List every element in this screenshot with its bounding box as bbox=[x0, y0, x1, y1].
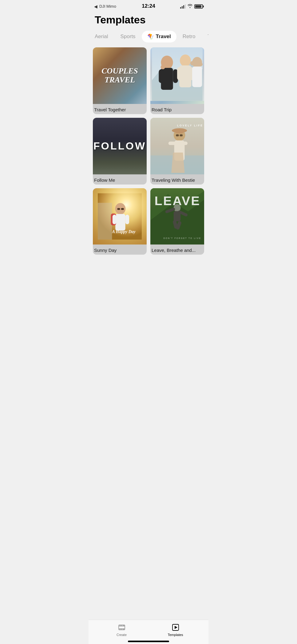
svg-rect-50 bbox=[123, 625, 124, 626]
tab-aerial[interactable]: Aerial bbox=[89, 31, 114, 42]
svg-rect-20 bbox=[180, 134, 183, 136]
svg-point-27 bbox=[115, 203, 125, 214]
template-card-bestie[interactable]: LOVELY LIFE Traveling With Bestie bbox=[150, 118, 204, 185]
svg-rect-45 bbox=[119, 626, 125, 629]
svg-point-12 bbox=[190, 61, 195, 66]
road-trip-figures-svg bbox=[150, 47, 204, 101]
nav-create[interactable]: Create bbox=[95, 623, 148, 637]
svg-rect-51 bbox=[120, 629, 121, 630]
svg-point-5 bbox=[180, 54, 191, 66]
template-grid: COUPLESTRAVEL Travel Together bbox=[89, 47, 208, 260]
status-left: ◀ DJI Mimo bbox=[94, 4, 116, 9]
leave-thumb-svg: LEAVE DON'T FORGET TO LIVE bbox=[150, 188, 204, 245]
svg-rect-49 bbox=[121, 625, 122, 626]
template-card-follow-me[interactable]: FOLLOW Follow Me bbox=[93, 118, 147, 185]
svg-rect-28 bbox=[117, 208, 120, 210]
template-label-5: Sunny Day bbox=[93, 244, 147, 255]
svg-rect-18 bbox=[175, 129, 183, 133]
template-card-sunny-day[interactable]: A Happy Day Sunny Day bbox=[93, 188, 147, 255]
svg-point-13 bbox=[199, 62, 202, 66]
svg-rect-26 bbox=[98, 203, 112, 240]
app-name: DJI Mimo bbox=[99, 4, 116, 9]
svg-rect-53 bbox=[123, 629, 124, 630]
svg-rect-22 bbox=[168, 141, 176, 145]
svg-rect-23 bbox=[180, 141, 188, 145]
template-card-road-trip[interactable]: Road Trip bbox=[150, 47, 204, 114]
svg-rect-33 bbox=[125, 215, 129, 224]
svg-rect-19 bbox=[176, 134, 179, 136]
template-overlay-text-3: FOLLOW bbox=[93, 140, 146, 152]
template-label-1: Travel Together bbox=[93, 104, 147, 114]
home-indicator bbox=[128, 641, 169, 642]
svg-rect-30 bbox=[115, 214, 125, 230]
template-thumb-5: A Happy Day bbox=[93, 188, 147, 245]
tab-travel[interactable]: 🪁 Travel bbox=[142, 31, 176, 42]
svg-rect-48 bbox=[120, 625, 121, 626]
template-card-travel-together[interactable]: COUPLESTRAVEL Travel Together bbox=[93, 47, 147, 114]
bestie-thumb-svg: LOVELY LIFE bbox=[150, 118, 204, 174]
status-bar: ◀ DJI Mimo 12:24 bbox=[89, 0, 208, 11]
svg-text:LEAVE: LEAVE bbox=[155, 193, 200, 208]
svg-rect-52 bbox=[121, 629, 122, 630]
templates-label: Templates bbox=[168, 633, 183, 637]
templates-icon bbox=[171, 623, 180, 632]
tab-retro[interactable]: Retro bbox=[176, 31, 202, 42]
svg-text:LOVELY LIFE: LOVELY LIFE bbox=[177, 124, 203, 127]
svg-text:A Happy Day: A Happy Day bbox=[112, 229, 136, 234]
svg-point-11 bbox=[161, 65, 165, 69]
battery-icon bbox=[194, 4, 203, 9]
svg-text:DON'T FORGET TO LIVE: DON'T FORGET TO LIVE bbox=[164, 237, 201, 239]
template-label-3: Follow Me bbox=[93, 174, 147, 185]
tab-tempo[interactable]: Tempo bbox=[201, 31, 208, 42]
travel-tab-icon: 🪁 bbox=[147, 33, 154, 40]
wifi-icon bbox=[188, 4, 192, 9]
sunny-thumb-svg: A Happy Day bbox=[98, 193, 142, 240]
svg-rect-7 bbox=[177, 67, 182, 80]
signal-icon bbox=[180, 4, 186, 9]
template-thumb-6: LEAVE DON'T FORGET TO LIVE bbox=[150, 188, 204, 245]
svg-marker-55 bbox=[175, 626, 177, 629]
svg-rect-10 bbox=[192, 66, 202, 87]
svg-rect-29 bbox=[121, 208, 124, 210]
nav-templates[interactable]: Templates bbox=[148, 623, 202, 637]
template-thumb-3: FOLLOW bbox=[93, 118, 147, 174]
category-tabs: Aerial Sports 🪁 Travel Retro Tempo bbox=[89, 31, 208, 47]
template-thumb-4: LOVELY LIFE bbox=[150, 118, 204, 174]
status-right bbox=[180, 4, 203, 9]
template-card-leave[interactable]: LEAVE DON'T FORGET TO LIVE Leave, Breath… bbox=[150, 188, 204, 255]
status-time: 12:24 bbox=[142, 3, 155, 9]
back-arrow-icon[interactable]: ◀ bbox=[94, 4, 97, 9]
template-overlay-text-1: COUPLESTRAVEL bbox=[101, 67, 138, 84]
page-title: Templates bbox=[89, 11, 208, 31]
tab-sports[interactable]: Sports bbox=[114, 31, 141, 42]
svg-rect-32 bbox=[113, 215, 116, 224]
create-label: Create bbox=[117, 633, 127, 637]
template-thumb-2 bbox=[150, 47, 204, 104]
create-icon bbox=[117, 623, 126, 632]
template-thumb-1: COUPLESTRAVEL bbox=[93, 47, 147, 104]
template-label-6: Leave, Breathe and... bbox=[150, 244, 204, 255]
svg-rect-3 bbox=[159, 69, 164, 83]
template-label-4: Traveling With Bestie bbox=[150, 174, 204, 185]
template-label-2: Road Trip bbox=[150, 104, 204, 114]
